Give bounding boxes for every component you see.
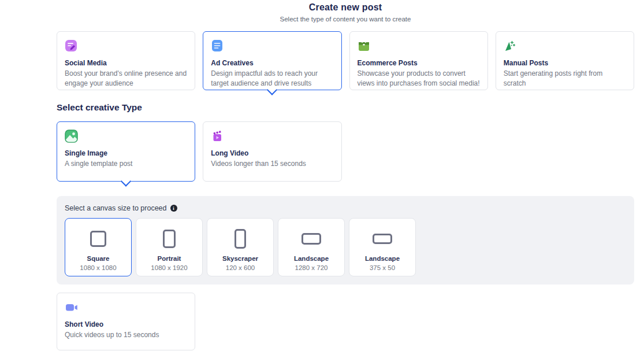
landscape-small-shape-icon [373, 226, 392, 252]
portrait-shape-icon [163, 226, 176, 252]
size-card-landscape-375[interactable]: Landscape 375 x 50 [349, 218, 416, 276]
card-description: A single template post [65, 159, 187, 169]
canvas-size-label: Select a canvas size to proceed [65, 204, 167, 212]
size-name: Portrait [158, 255, 181, 262]
size-card-skyscraper[interactable]: Skyscraper 120 x 600 [207, 218, 274, 276]
card-ecommerce-posts[interactable]: Ecommerce Posts Showcase your products t… [349, 31, 488, 90]
image-icon [65, 129, 187, 143]
canvas-size-label-row: Select a canvas size to proceed i [65, 204, 626, 212]
card-title: Ad Creatives [211, 59, 333, 67]
card-description: Quick videos up to 15 seconds [65, 330, 187, 340]
canvas-size-row: Square 1080 x 1080 Portrait 1080 x 1920 … [65, 218, 626, 276]
size-dimensions: 1280 x 720 [295, 264, 328, 271]
content-type-row: Social Media Boost your brand's online p… [57, 31, 634, 90]
size-name: Square [87, 255, 110, 262]
card-description: Boost your brand's online presence and e… [65, 69, 187, 88]
size-dimensions: 375 x 50 [370, 264, 395, 271]
creative-type-heading: Select creative Type [57, 102, 634, 113]
size-name: Landscape [294, 255, 329, 262]
card-title: Manual Posts [504, 59, 626, 67]
shopping-bag-icon [358, 39, 480, 53]
card-short-video[interactable]: Short Video Quick videos up to 15 second… [57, 293, 195, 350]
landscape-shape-icon [301, 226, 321, 252]
card-description: Videos longer than 15 seconds [211, 159, 333, 169]
magic-wand-icon [504, 39, 626, 53]
card-social-media[interactable]: Social Media Boost your brand's online p… [57, 31, 195, 90]
canvas-size-panel: Select a canvas size to proceed i Square… [57, 196, 634, 285]
clapperboard-icon [211, 129, 333, 143]
create-post-page: Create new post Select the type of conte… [57, 0, 634, 350]
card-ad-creatives[interactable]: Ad Creatives Design impactful ads to rea… [203, 31, 341, 90]
size-dimensions: 1080 x 1080 [80, 264, 116, 271]
skyscraper-shape-icon [234, 226, 246, 252]
page-header: Create new post Select the type of conte… [57, 0, 634, 23]
size-card-portrait[interactable]: Portrait 1080 x 1920 [136, 218, 203, 276]
size-name: Skyscraper [222, 255, 258, 262]
square-shape-icon [90, 226, 106, 252]
info-icon[interactable]: i [170, 205, 177, 212]
video-camera-icon [65, 300, 187, 314]
card-single-image[interactable]: Single Image A single template post [57, 121, 195, 182]
size-dimensions: 1080 x 1920 [151, 264, 187, 271]
card-long-video[interactable]: Long Video Videos longer than 15 seconds [203, 121, 341, 182]
card-title: Short Video [65, 320, 187, 328]
page-title: Create new post [57, 2, 634, 13]
ad-document-icon [211, 39, 333, 53]
card-title: Social Media [65, 59, 187, 67]
card-title: Ecommerce Posts [358, 59, 480, 67]
note-pencil-icon [65, 39, 187, 53]
card-title: Long Video [211, 149, 333, 157]
size-card-square[interactable]: Square 1080 x 1080 [65, 218, 132, 276]
card-description: Showcase your products to convert views … [358, 69, 480, 88]
card-manual-posts[interactable]: Manual Posts Start generating posts righ… [496, 31, 634, 90]
short-video-row: Short Video Quick videos up to 15 second… [57, 293, 634, 350]
card-description: Start generating posts right from scratc… [504, 69, 626, 88]
size-dimensions: 120 x 600 [226, 264, 255, 271]
card-title: Single Image [65, 149, 187, 157]
creative-type-row: Single Image A single template post Long… [57, 121, 634, 182]
card-description: Design impactful ads to reach your targe… [211, 69, 333, 88]
size-name: Landscape [365, 255, 400, 262]
page-subtitle: Select the type of content you want to c… [57, 16, 634, 23]
size-card-landscape-1280[interactable]: Landscape 1280 x 720 [278, 218, 345, 276]
